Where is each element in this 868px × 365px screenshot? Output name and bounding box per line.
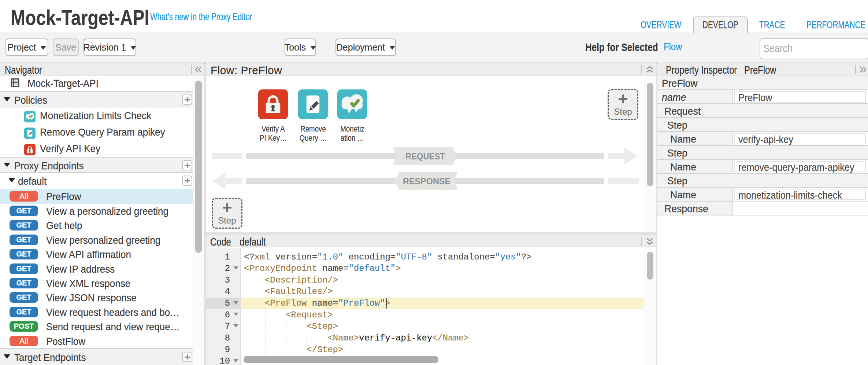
svg-text:REQUEST: REQUEST	[405, 151, 445, 161]
svg-text:RESPONSE: RESPONSE	[403, 176, 450, 186]
